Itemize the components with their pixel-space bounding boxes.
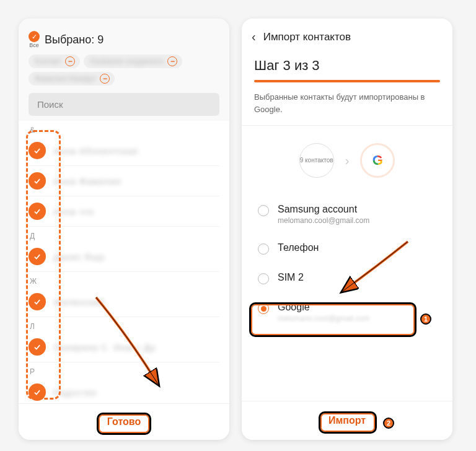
contact-row[interactable]: Анна что: [29, 196, 219, 227]
transfer-visual: 9 контактов › G: [242, 126, 452, 195]
check-icon: [29, 142, 46, 159]
contact-name: Анна Фамилия: [53, 176, 121, 186]
account-sub: melomano.cool@gmail.com: [278, 314, 369, 323]
back-icon[interactable]: ‹: [252, 30, 256, 44]
account-label: Телефон: [278, 242, 319, 253]
section-letter: Д: [29, 227, 219, 242]
chip-remove-icon[interactable]: −: [100, 74, 110, 84]
contact-row[interactable]: Анна Абонентская: [29, 136, 219, 166]
contact-name: Радостин: [53, 387, 97, 398]
all-label: Все: [29, 42, 39, 48]
section-letter: Р: [29, 362, 219, 377]
contact-row[interactable]: Ланирина С. Инж с Др: [29, 332, 219, 362]
contact-row[interactable]: Данис Яшр: [29, 242, 219, 272]
account-sub: melomano.cool@gmail.com: [278, 216, 369, 225]
radio-icon: [258, 303, 269, 314]
progress-bar: [254, 80, 440, 82]
google-circle: G: [360, 143, 395, 178]
left-phone-screen: ✓ Все Выбрано: 9 Контакт−Название создан…: [19, 19, 229, 440]
select-all-toggle[interactable]: ✓ Все: [29, 31, 40, 48]
right-footer: Импорт 2: [242, 401, 452, 440]
step-description: Выбранные контакты будут импортированы в…: [242, 91, 452, 126]
contact-row[interactable]: Желенский: [29, 287, 219, 317]
radio-icon: [258, 243, 269, 255]
account-options: Samsung accountmelomano.cool@gmail.comТе…: [242, 195, 452, 331]
selected-chip: Фамилия Имяфрт−: [29, 72, 115, 85]
step-title: Шаг 3 из 3: [242, 58, 452, 74]
header-row: ‹ Импорт контактов: [252, 30, 443, 44]
contact-row[interactable]: Анна Фамилия: [29, 166, 219, 196]
account-option[interactable]: SIM 2: [254, 263, 440, 293]
import-button[interactable]: Импорт: [319, 411, 376, 430]
page-title: Импорт контактов: [263, 31, 351, 43]
check-icon: [29, 203, 46, 220]
selection-summary: ✓ Все Выбрано: 9: [29, 31, 219, 48]
selected-count-title: Выбрано: 9: [45, 33, 104, 46]
account-label: SIM 2: [278, 272, 304, 283]
section-letter: Ж: [29, 272, 219, 287]
annotation-badge-1: 1: [420, 313, 431, 325]
radio-icon: [258, 273, 269, 284]
contact-name: Данис Яшр: [53, 252, 105, 262]
contact-name: Анна что: [53, 206, 94, 217]
selected-chip: Название созданного−: [84, 55, 182, 68]
account-label: Google: [278, 302, 369, 313]
right-header: ‹ Импорт контактов: [242, 19, 452, 58]
contact-list[interactable]: &Анна АбонентскаяАнна ФамилияАнна чтоДДа…: [19, 121, 229, 403]
selected-chip: Контакт−: [29, 55, 80, 68]
contacts-count-circle: 9 контактов: [299, 143, 334, 178]
contact-name: Ланирина С. Инж с Др: [53, 342, 156, 352]
check-icon: [29, 248, 46, 265]
chip-remove-icon[interactable]: −: [65, 56, 75, 66]
check-icon: [29, 293, 46, 310]
left-header: ✓ Все Выбрано: 9 Контакт−Название создан…: [19, 19, 229, 121]
account-label: Samsung account: [278, 204, 369, 215]
chip-remove-icon[interactable]: −: [167, 56, 177, 66]
check-icon: [29, 383, 46, 401]
account-option[interactable]: Телефон: [254, 234, 440, 263]
radio-icon: [258, 205, 269, 216]
done-button[interactable]: Готово: [97, 413, 151, 431]
check-icon: ✓: [29, 31, 40, 42]
account-option[interactable]: Googlemelomano.cool@gmail.com: [254, 293, 440, 331]
right-phone-screen: ‹ Импорт контактов Шаг 3 из 3 Выбранные …: [242, 19, 452, 440]
check-icon: [29, 172, 46, 190]
contact-name: Желенский: [53, 297, 104, 307]
search-input[interactable]: Поиск: [29, 93, 219, 116]
google-logo-icon: G: [372, 152, 383, 169]
check-icon: [29, 338, 46, 356]
annotation-badge-2: 2: [383, 418, 394, 429]
selected-chips: Контакт−Название созданного−Фамилия Имяф…: [29, 55, 219, 85]
contact-name: Анна Абонентская: [53, 146, 138, 156]
chevron-right-icon: ›: [345, 154, 350, 168]
contact-row[interactable]: Радостин: [29, 377, 219, 403]
section-letter: Л: [29, 317, 219, 332]
section-letter: &: [29, 121, 219, 136]
left-footer: Готово: [19, 403, 229, 440]
account-option[interactable]: Samsung accountmelomano.cool@gmail.com: [254, 195, 440, 234]
